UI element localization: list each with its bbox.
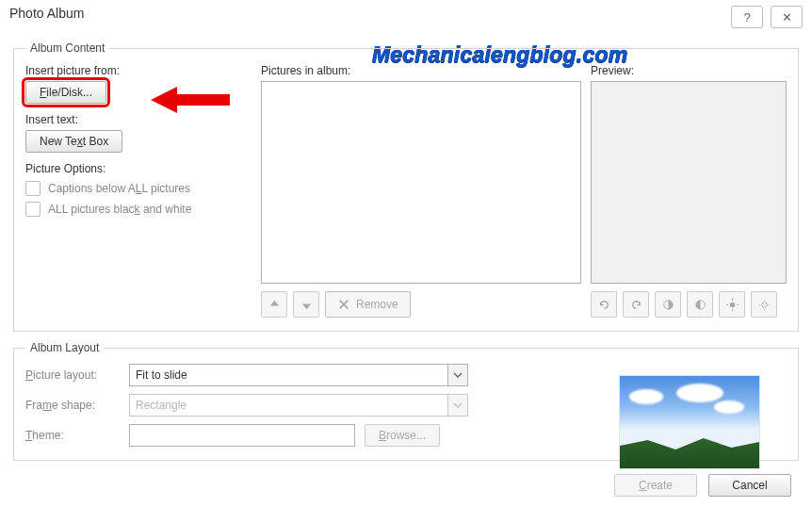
rotate-right-button[interactable] xyxy=(623,291,649,318)
theme-input[interactable] xyxy=(129,424,355,447)
chevron-down-icon xyxy=(453,370,463,380)
x-icon xyxy=(337,298,350,311)
pictures-in-album-label: Pictures in album: xyxy=(261,64,581,77)
picture-layout-value: Fit to slide xyxy=(129,364,447,386)
remove-button-label: Remove xyxy=(356,298,398,311)
frame-shape-combo[interactable]: Rectangle xyxy=(129,394,468,417)
preview-label: Preview: xyxy=(591,64,787,77)
arrow-up-icon xyxy=(268,298,282,312)
captions-below-label: Captions below ALL pictures xyxy=(48,182,190,195)
contrast-down-button[interactable] xyxy=(687,291,713,318)
theme-label: Theme: xyxy=(25,429,129,442)
arrow-down-icon xyxy=(300,298,314,312)
brightness-up-icon xyxy=(725,298,739,312)
picture-options-label: Picture Options: xyxy=(25,162,252,175)
album-layout-group: Album Layout Picture layout: Fit to slid… xyxy=(13,341,799,461)
dialog-title: Photo Album xyxy=(9,6,84,21)
svg-point-8 xyxy=(761,302,767,307)
frame-shape-dropdown[interactable] xyxy=(447,394,468,417)
black-white-checkbox[interactable] xyxy=(25,202,41,217)
brightness-down-icon xyxy=(757,298,771,312)
browse-button[interactable]: Browse... xyxy=(365,424,440,447)
album-layout-legend: Album Layout xyxy=(25,341,104,354)
close-button[interactable]: ✕ xyxy=(771,6,803,28)
contrast-up-button[interactable] xyxy=(655,291,681,318)
file-disk-button-rest: ile/Disk... xyxy=(46,86,92,99)
cancel-button[interactable]: Cancel xyxy=(708,474,791,497)
chevron-down-icon xyxy=(453,400,463,410)
remove-button[interactable]: Remove xyxy=(325,291,411,318)
picture-layout-label: Picture layout: xyxy=(25,368,129,382)
album-content-legend: Album Content xyxy=(25,41,109,55)
contrast-up-icon xyxy=(661,298,675,312)
brightness-up-button[interactable] xyxy=(719,291,745,318)
picture-layout-dropdown[interactable] xyxy=(447,364,468,386)
picture-layout-combo[interactable]: Fit to slide xyxy=(129,364,468,386)
new-text-box-button[interactable]: New Text Box xyxy=(25,130,122,153)
frame-shape-value: Rectangle xyxy=(129,394,447,417)
frame-shape-label: Frame shape: xyxy=(25,399,129,412)
help-button[interactable]: ? xyxy=(731,6,763,28)
rotate-left-icon xyxy=(597,298,611,312)
rotate-left-button[interactable] xyxy=(591,291,617,318)
captions-below-checkbox[interactable] xyxy=(25,181,41,196)
file-disk-button[interactable]: File/Disk... xyxy=(25,81,106,104)
brightness-down-button[interactable] xyxy=(751,291,777,318)
svg-point-3 xyxy=(729,302,735,307)
pictures-listbox[interactable] xyxy=(261,81,581,284)
preview-box xyxy=(591,81,787,284)
album-content-group: Album Content Insert picture from: File/… xyxy=(13,41,799,332)
contrast-down-icon xyxy=(693,298,707,312)
black-white-label: ALL pictures black and white xyxy=(48,203,191,216)
create-button[interactable]: Create xyxy=(614,474,697,497)
move-up-button[interactable] xyxy=(261,291,287,318)
move-down-button[interactable] xyxy=(293,291,319,318)
insert-picture-from-label: Insert picture from: xyxy=(25,64,252,77)
layout-preview-thumb xyxy=(619,375,770,469)
rotate-right-icon xyxy=(629,298,643,312)
insert-text-label: Insert text: xyxy=(25,113,252,126)
